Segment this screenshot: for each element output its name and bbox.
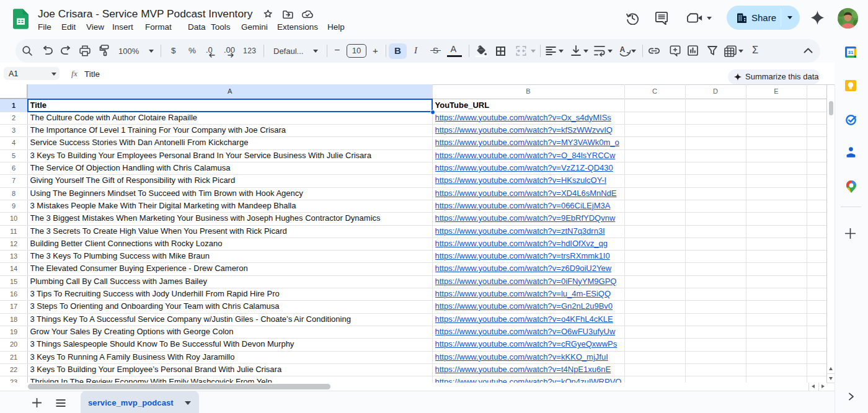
svg-text:31: 31: [848, 50, 853, 55]
svg-text:A: A: [620, 45, 626, 54]
